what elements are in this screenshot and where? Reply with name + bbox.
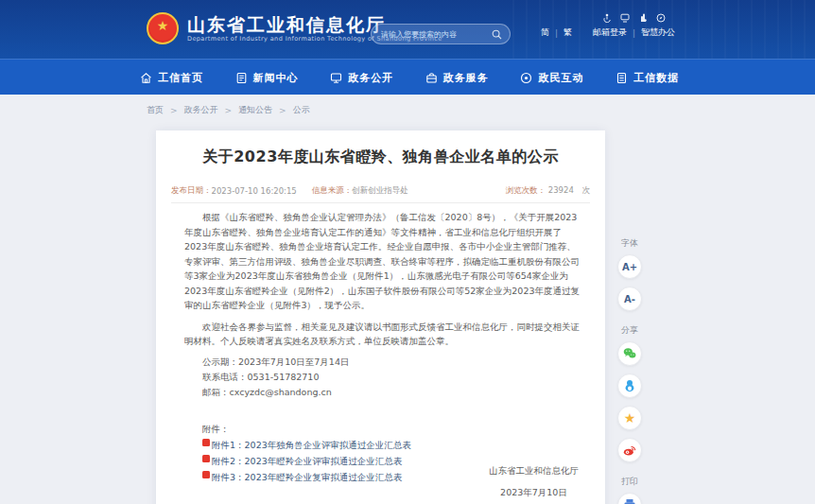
print-label: 打印	[621, 476, 638, 488]
font-decrease-button[interactable]: A-	[617, 287, 642, 311]
share-label: 分享	[621, 324, 638, 337]
nav-label: 政务公开	[348, 71, 393, 85]
source-value: 创新创业指导处	[352, 185, 408, 197]
breadcrumb-home[interactable]: 首页	[147, 104, 164, 116]
accessibility-icon[interactable]	[602, 13, 612, 23]
main-nav: 工信首页 新闻中心 政务公开	[0, 59, 815, 95]
nav-label: 新闻中心	[253, 71, 299, 85]
page: ★ 山东省工业和信息化厅 Department of Industry and …	[0, 0, 815, 504]
views-unit: 次	[582, 185, 591, 195]
pointer-icon[interactable]	[638, 13, 648, 23]
article-title: 关于2023年度山东省瞪羚、独角兽企业名单的公示	[156, 148, 605, 167]
header-utility: 简 | 繁 邮箱登录 | 智慧办公	[541, 13, 675, 39]
breadcrumb-current: 公示	[293, 104, 310, 116]
views-count: 23924	[548, 185, 574, 195]
share-qq-button[interactable]	[617, 374, 642, 398]
nav-label: 政务服务	[443, 71, 489, 85]
article-signature: 山东省工业和信息化厅 2023年7月10日	[489, 460, 579, 503]
paragraph-1: 根据《山东省瞪羚、独角兽企业认定管理办法》（鲁工信发〔2020〕8号），《关于开…	[184, 210, 581, 313]
divider: |	[555, 28, 558, 38]
side-toolbar: 字体 A+ A- 分享 ★	[611, 232, 649, 504]
breadcrumb: 首页 > 政务公开 > 通知公告 > 公示	[147, 104, 310, 116]
weibo-icon	[622, 443, 637, 458]
site-header: ★ 山东省工业和信息化厅 Department of Industry and …	[0, 0, 815, 59]
share-qzone-button[interactable]: ★	[617, 406, 642, 430]
interaction-icon	[520, 72, 532, 84]
national-emblem-logo: ★	[147, 12, 179, 44]
contact-phone: 联系电话：0531-51782710	[184, 370, 581, 385]
font-size-label: 字体	[621, 237, 638, 250]
nav-item-public-interaction[interactable]: 政民互动	[520, 71, 583, 85]
smart-office-link[interactable]: 智慧办公	[641, 26, 675, 39]
share-weibo-button[interactable]	[617, 438, 642, 462]
data-icon	[616, 72, 628, 84]
nav-label: 工信数据	[633, 71, 679, 85]
attachments-label: 附件：	[184, 422, 581, 437]
compass-icon[interactable]	[656, 13, 666, 23]
nav-item-news[interactable]: 新闻中心	[235, 71, 299, 85]
publish-date-value: 2023-07-10 16:20:15	[212, 186, 297, 196]
breadcrumb-separator: >	[225, 106, 233, 115]
qq-icon	[622, 378, 637, 393]
wechat-icon	[622, 346, 637, 361]
breadcrumb-notices[interactable]: 通知公告	[238, 104, 272, 116]
breadcrumb-separator: >	[279, 106, 286, 115]
breadcrumb-open-gov[interactable]: 政务公开	[184, 104, 218, 116]
contact-email: 邮箱：cxcyzdc@shandong.cn	[184, 385, 581, 400]
lang-traditional[interactable]: 繁	[564, 26, 572, 39]
pdf-icon: A	[202, 471, 210, 478]
pdf-icon: A	[202, 455, 210, 462]
home-icon	[140, 72, 152, 84]
divider: |	[633, 28, 635, 38]
signature-date: 2023年7月10日	[489, 481, 579, 503]
publish-date-label: 发布日期：	[171, 185, 212, 197]
monitor-icon[interactable]	[620, 13, 630, 23]
article-body: 根据《山东省瞪羚、独角兽企业认定管理办法》（鲁工信发〔2020〕8号），《关于开…	[184, 210, 581, 485]
lang-simplified[interactable]: 简	[541, 26, 549, 39]
views-label: 浏览次数：	[506, 185, 546, 195]
nav-item-home[interactable]: 工信首页	[140, 71, 203, 85]
article-card: 关于2023年度山东省瞪羚、独角兽企业名单的公示 发布日期： 2023-07-1…	[156, 130, 605, 504]
nav-label: 工信首页	[158, 71, 203, 85]
search-box[interactable]	[371, 24, 511, 44]
pdf-icon: A	[202, 439, 210, 446]
font-increase-button[interactable]: A+	[617, 254, 642, 279]
nav-item-government-services[interactable]: 政务服务	[425, 71, 489, 85]
article-meta: 发布日期： 2023-07-10 16:20:15 信息来源： 创新创业指导处 …	[171, 182, 590, 200]
nav-item-industry-data[interactable]: 工信数据	[616, 71, 679, 85]
share-wechat-button[interactable]	[617, 341, 642, 366]
meta-divider	[171, 202, 590, 203]
publicity-period: 公示期：2023年7月10日至7月14日	[184, 355, 581, 370]
services-icon	[425, 72, 438, 84]
source-label: 信息来源：	[312, 185, 353, 197]
nav-label: 政民互动	[538, 71, 583, 85]
print-button[interactable]	[617, 493, 642, 504]
breadcrumb-separator: >	[170, 106, 178, 115]
nav-item-open-government[interactable]: 政务公开	[330, 71, 393, 85]
open-gov-icon	[330, 72, 342, 84]
paragraph-2: 欢迎社会各界参与监督，相关意见及建议请以书面形式反馈省工业和信息化厅，同时提交相…	[184, 320, 581, 349]
signature-org: 山东省工业和信息化厅	[489, 460, 579, 481]
qzone-star-icon: ★	[624, 410, 636, 426]
attachment-link-1[interactable]: A附件1：2023年独角兽企业评审拟通过企业汇总表	[184, 437, 581, 453]
search-icon[interactable]	[492, 29, 502, 40]
search-input[interactable]	[381, 30, 492, 39]
printer-icon	[622, 497, 637, 504]
news-icon	[235, 72, 248, 84]
mail-login-link[interactable]: 邮箱登录	[593, 26, 627, 39]
